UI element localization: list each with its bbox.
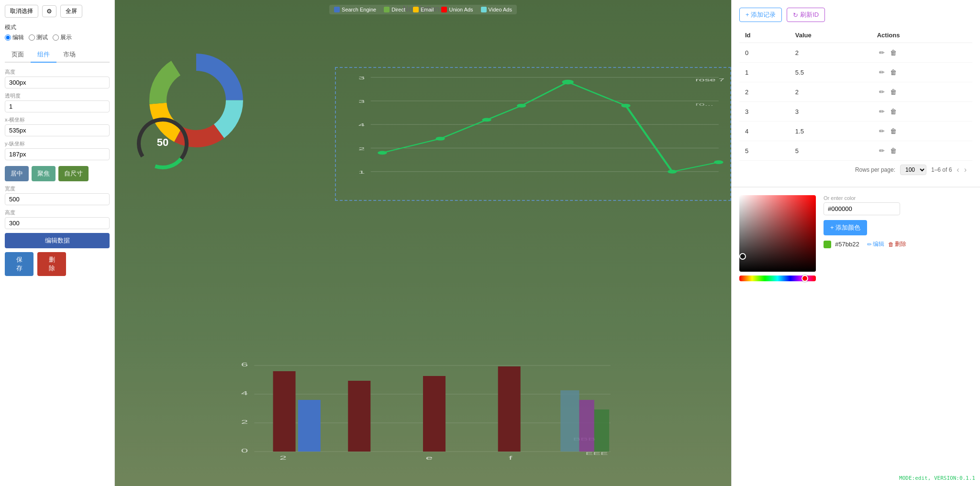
cell-actions: ✏ 🗑 [871, 122, 972, 141]
height1-label: 高度 [5, 68, 110, 76]
table-row: 1 5.5 ✏ 🗑 [739, 63, 972, 82]
save-button[interactable]: 保存 [5, 252, 33, 276]
spectrum-cursor[interactable] [802, 275, 808, 282]
mode-test-radio[interactable] [29, 34, 35, 41]
right-panel: + 添加记录 ↻ 刷新ID Id Value Actions 0 2 ✏ 🗑 [731, 0, 980, 486]
data-table-section: + 添加记录 ↻ 刷新ID Id Value Actions 0 2 ✏ 🗑 [732, 0, 980, 187]
mode-edit-radio[interactable] [5, 34, 11, 41]
tab-page[interactable]: 页面 [5, 47, 31, 62]
table-row: 3 3 ✏ 🗑 [739, 102, 972, 122]
svg-text:50: 50 [157, 136, 168, 148]
cell-id: 2 [739, 82, 790, 102]
saved-color-actions: ✏ 编辑 🗑 删除 [867, 240, 906, 248]
cell-value: 3 [790, 102, 871, 122]
ycoord-label: y-纵坐标 [5, 140, 110, 147]
delete-color-button[interactable]: 🗑 删除 [888, 240, 906, 248]
svg-text:3: 3 [358, 99, 365, 104]
add-record-button[interactable]: + 添加记录 [739, 8, 782, 22]
field-opacity: 透明度 [5, 92, 110, 112]
col-id: Id [739, 28, 790, 43]
edit-row-button[interactable]: ✏ [877, 67, 887, 77]
opacity-label: 透明度 [5, 92, 110, 99]
color-picker-cursor[interactable] [739, 253, 746, 260]
mode-display-radio[interactable] [53, 34, 59, 41]
ycoord-input[interactable] [5, 148, 110, 160]
cancel-button[interactable]: 取消选择 [5, 5, 38, 18]
cell-id: 1 [739, 63, 790, 82]
cell-actions: ✏ 🗑 [871, 82, 972, 102]
auto-size-button[interactable]: 自尺寸 [58, 166, 89, 181]
fullscreen-button[interactable]: 全屏 [60, 5, 82, 18]
mode-test-option[interactable]: 测试 [29, 33, 48, 42]
edit-color-button[interactable]: ✏ 编辑 [867, 240, 884, 248]
gauge-chart: 50 [134, 115, 191, 172]
svg-text:EEE: EEE [586, 451, 608, 456]
edit-row-button[interactable]: ✏ [877, 126, 887, 136]
edit-row-button[interactable]: ✏ [877, 107, 887, 116]
center-button[interactable]: 居中 [5, 166, 29, 181]
svg-text:4: 4 [241, 391, 248, 396]
field-height1: 高度 [5, 68, 110, 88]
edit-row-button[interactable]: ✏ [877, 48, 887, 57]
mode-display-option[interactable]: 展示 [53, 33, 72, 42]
edit-row-button[interactable]: ✏ [877, 87, 887, 97]
refresh-id-button[interactable]: ↻ 刷新ID [787, 8, 825, 22]
svg-text:2: 2 [358, 145, 365, 151]
svg-point-25 [714, 160, 723, 164]
next-page-button[interactable]: › [964, 166, 967, 174]
delete-button[interactable]: 删除 [37, 252, 66, 276]
svg-text:rose 7: rose 7 [695, 77, 724, 82]
table-row: 5 5 ✏ 🗑 [739, 141, 972, 161]
rows-per-page-label: Rows per page: [855, 166, 895, 173]
svg-text:6: 6 [241, 362, 248, 367]
color-spectrum-bar[interactable] [739, 276, 816, 281]
add-color-button[interactable]: + 添加颜色 [824, 220, 867, 235]
bar-chart: 6 4 2 0 2 e f BBB EEE [211, 352, 635, 486]
saved-color-swatch [824, 241, 831, 248]
mode-section: 模式 编辑 测试 展示 [5, 23, 110, 44]
focus-button[interactable]: 聚焦 [32, 166, 56, 181]
cell-id: 0 [739, 43, 790, 63]
height2-label: 高度 [5, 209, 110, 216]
svg-point-23 [621, 104, 630, 108]
opacity-input[interactable] [5, 100, 110, 112]
line-chart: 3 3 4 2 1 rose 7 ro... [335, 67, 731, 201]
xcoord-input[interactable] [5, 124, 110, 136]
settings-button[interactable]: ⚙ [42, 5, 56, 17]
edit-row-button[interactable]: ✏ [877, 146, 887, 155]
tab-market[interactable]: 市场 [56, 47, 82, 62]
delete-row-button[interactable]: 🗑 [888, 48, 899, 57]
cell-value: 5 [790, 141, 871, 161]
delete-row-button[interactable]: 🗑 [888, 67, 899, 77]
rows-per-page-select[interactable]: 100 50 25 [900, 165, 926, 175]
svg-text:f: f [509, 455, 512, 461]
cell-id: 4 [739, 122, 790, 141]
svg-text:4: 4 [358, 122, 365, 127]
prev-page-button[interactable]: ‹ [957, 166, 959, 174]
height1-input[interactable] [5, 77, 110, 88]
delete-row-button[interactable]: 🗑 [888, 87, 899, 97]
field-width: 宽度 [5, 185, 110, 205]
mode-label: 模式 [5, 23, 110, 32]
legend-direct: Direct [384, 7, 405, 12]
svg-rect-38 [348, 381, 370, 452]
delete-row-button[interactable]: 🗑 [888, 126, 899, 136]
height2-input[interactable] [5, 217, 110, 229]
legend-search-engine-dot [334, 7, 340, 12]
mode-edit-option[interactable]: 编辑 [5, 33, 24, 42]
svg-text:1: 1 [358, 169, 365, 175]
edit-data-button[interactable]: 编辑数据 [5, 233, 110, 248]
width-input[interactable] [5, 193, 110, 205]
tab-component[interactable]: 组件 [31, 47, 56, 63]
color-hex-input[interactable] [824, 202, 900, 215]
gauge-svg: 50 [134, 115, 191, 172]
legend-union-ads: Union Ads [441, 7, 473, 12]
delete-row-button[interactable]: 🗑 [888, 107, 899, 116]
refresh-icon: ↻ [793, 11, 798, 19]
svg-text:3: 3 [358, 75, 365, 80]
color-gradient-canvas[interactable] [739, 195, 816, 272]
delete-row-button[interactable]: 🗑 [888, 146, 899, 155]
legend-search-engine: Search Engine [334, 7, 376, 12]
color-picker-section: Or enter color + 添加颜色 #57bb22 ✏ 编辑 🗑 [732, 187, 980, 293]
color-gradient-bg [739, 195, 816, 272]
